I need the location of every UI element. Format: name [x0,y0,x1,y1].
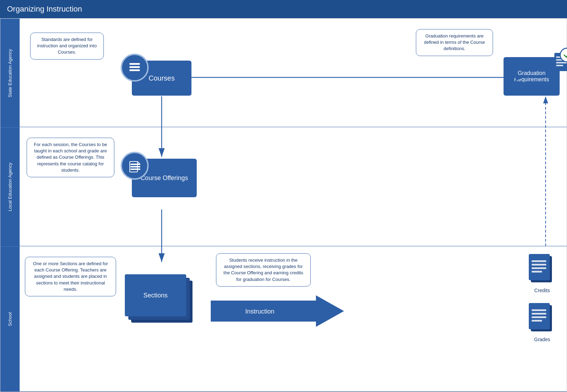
svg-rect-2 [129,69,140,71]
svg-rect-10 [130,169,140,170]
lane-lea: For each session, the Courses to be taug… [20,127,567,246]
callout-instruction: Students receive instruction in the assi… [216,253,311,287]
callout-graduation-req: Graduation requirements are defined in t… [416,29,493,56]
grades-doc: Grades [528,302,556,342]
graduation-box: Graduation Requirements [504,57,560,96]
course-offerings-circle-icon [121,152,149,180]
svg-rect-15 [529,254,550,280]
page-header: Organizing Instruction [0,0,567,18]
svg-rect-1 [129,66,140,68]
svg-rect-21 [529,303,550,329]
lane-label-school: School [0,246,20,392]
courses-circle-icon [121,54,149,82]
svg-rect-8 [130,164,140,165]
svg-rect-0 [129,63,140,65]
lane-school: One or more Sections are defined for eac… [20,246,567,392]
svg-rect-18 [532,267,546,269]
lane-label-sea: State Education Agency [0,19,20,127]
svg-rect-9 [130,166,140,167]
svg-rect-24 [532,316,546,318]
svg-text:Instruction: Instruction [245,308,274,315]
svg-rect-6 [556,62,567,63]
callout-standards: Standards are defined for instruction an… [30,33,104,60]
sections-label: Sections [143,292,168,299]
svg-rect-23 [532,313,546,315]
svg-rect-16 [532,260,546,262]
lane-label-lea: Local Education Agency [0,127,20,246]
svg-rect-25 [532,320,542,322]
credits-doc: Credits [528,253,556,293]
grades-label: Grades [528,337,556,342]
svg-rect-19 [532,271,542,273]
main-area: State Education Agency Local Education A… [0,18,567,392]
page-title: Organizing Instruction [7,5,82,14]
svg-rect-17 [532,264,546,266]
svg-rect-22 [532,309,546,311]
instruction-arrow: Instruction [211,295,344,328]
svg-rect-7 [556,65,563,66]
callout-course-offerings: For each session, the Courses to be taug… [27,138,114,177]
svg-marker-12 [211,295,344,327]
diagram-area: Standards are defined for instruction an… [20,19,567,392]
credits-label: Credits [528,288,556,293]
lane-sea: Standards are defined for instruction an… [20,19,567,127]
callout-sections: One or more Sections are defined for eac… [25,257,116,296]
lane-labels: State Education Agency Local Education A… [0,19,20,392]
page-wrapper: Organizing Instruction State Education A… [0,0,567,392]
